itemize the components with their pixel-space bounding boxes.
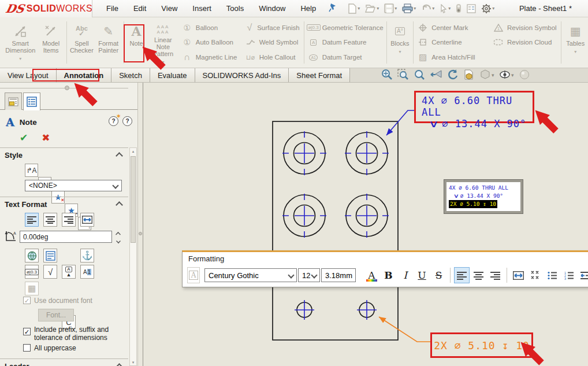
rotate-view-icon[interactable] <box>447 69 459 83</box>
undo-button[interactable]: ▾ <box>419 3 436 14</box>
tab-sheet-format[interactable]: Sheet Format <box>289 68 350 82</box>
scrollbar-thumb[interactable] <box>131 156 136 243</box>
numbered-list-button[interactable]: 123 <box>561 267 576 283</box>
outdent-button[interactable] <box>578 267 588 283</box>
fmt-align-left-button[interactable] <box>454 267 470 283</box>
pushpin-icon[interactable] <box>329 3 337 14</box>
auto-balloon-button[interactable]: ①Auto Balloon <box>182 35 241 49</box>
tab-annotation[interactable]: Annotation <box>57 68 112 82</box>
previous-view-icon[interactable] <box>430 69 442 82</box>
stacked-text-button[interactable] <box>527 267 543 283</box>
font-name-combobox[interactable]: Century Gothic <box>204 268 297 282</box>
ok-check-button[interactable]: ✔ <box>20 132 28 144</box>
scroll-down-arrow[interactable]: ▾ <box>130 359 136 365</box>
style-collapse-chevron[interactable] <box>116 152 123 160</box>
bold-button[interactable]: B <box>381 267 396 283</box>
display-style-icon[interactable]: ▾ <box>479 69 494 83</box>
fmt-align-right-button[interactable] <box>487 267 503 283</box>
revision-cloud-button[interactable]: Revision Cloud <box>493 35 557 49</box>
rotation-angle-input[interactable] <box>20 231 112 243</box>
tab-view-layout[interactable]: View Layout <box>0 68 57 82</box>
use-document-font-checkbox[interactable]: ✓ <box>23 297 31 304</box>
new-document-button[interactable]: ▾ <box>346 2 362 15</box>
help-button[interactable]: ? <box>122 116 132 126</box>
area-hatch-button[interactable]: ▨Area Hatch/Fill <box>418 50 489 64</box>
fmt-align-center-button[interactable] <box>471 267 486 283</box>
leader-collapse-chevron[interactable] <box>116 363 123 366</box>
revision-symbol-button[interactable]: 1Revision Symbol <box>493 21 557 35</box>
datum-target-button[interactable]: A1Datum Target <box>308 50 382 64</box>
underline-button[interactable]: U <box>414 267 430 283</box>
tab-solidworks-add-ins[interactable]: SOLIDWORKS Add-Ins <box>195 68 289 82</box>
font-size-combobox[interactable]: 12 <box>298 268 320 282</box>
file-properties-button[interactable] <box>465 3 478 14</box>
tab-sketch[interactable]: Sketch <box>111 68 150 82</box>
tab-evaluate[interactable]: Evaluate <box>150 68 195 82</box>
model-items-button[interactable]: Model Items <box>38 19 65 66</box>
panel-collapse-handle[interactable] <box>65 86 69 90</box>
save-button[interactable]: ▾ <box>382 2 399 14</box>
zoom-selected-icon[interactable] <box>414 69 425 83</box>
align-right-button[interactable] <box>62 213 76 227</box>
align-center-button[interactable] <box>43 213 57 227</box>
hide-show-items-icon[interactable]: ▾ <box>499 69 514 83</box>
magnetic-line-button[interactable]: ∩Magnetic Line <box>182 50 241 64</box>
scroll-up-arrow[interactable]: ▴ <box>130 148 136 154</box>
zoom-fit-icon[interactable] <box>381 69 393 83</box>
hole-callout-button[interactable]: ⊔⌀Hole Callout <box>245 50 300 64</box>
apply-default-style-button[interactable]: ↱A <box>25 164 38 177</box>
bullet-list-button[interactable] <box>544 267 560 283</box>
linear-note-pattern-button[interactable]: AAAAAA Linear Note Pattern ▾ <box>147 19 180 66</box>
font-button[interactable]: Font... <box>38 309 74 321</box>
insert-surface-finish-button[interactable]: √ <box>43 265 57 279</box>
note-button[interactable]: A Note <box>126 19 147 66</box>
whats-new-help-button[interactable]: ?✶ <box>109 116 118 126</box>
note-edit-preview-box[interactable]: 4X ⌀ 6.60 THRU ALL ∨⌀ 13.44 X 90° 2X ⌀ 5… <box>444 180 523 213</box>
panel-scrollbar[interactable]: ▴ ▾ <box>129 147 137 366</box>
insert-hyperlink-button[interactable] <box>25 249 39 263</box>
spell-checker-button[interactable]: Abc✓ Spell Checker <box>69 19 95 66</box>
balloon-button[interactable]: ①Balloon <box>182 21 241 35</box>
link-to-property-button[interactable] <box>43 249 57 263</box>
menu-help[interactable]: Help <box>300 4 316 13</box>
menu-window[interactable]: Window <box>259 4 285 13</box>
centerline-button[interactable]: Centerline <box>418 35 489 49</box>
menu-edit[interactable]: Edit <box>133 4 146 13</box>
cancel-x-button[interactable]: ✖ <box>42 132 50 144</box>
style-dropdown[interactable]: <NONE> <box>25 180 122 191</box>
text-format-collapse-chevron[interactable] <box>116 201 123 209</box>
italic-button[interactable]: I <box>397 267 413 283</box>
datum-feature-button[interactable]: ADatum Feature <box>308 35 382 49</box>
note-properties-icon[interactable]: A <box>187 267 200 283</box>
angle-spinner[interactable] <box>114 232 122 243</box>
insert-datum-feature-button[interactable]: A▲ <box>62 265 76 279</box>
format-painter-button[interactable]: ✎ Format Painter <box>95 19 122 66</box>
geometric-tolerance-button[interactable]: ⌀|0.3Geometric Tolerance <box>308 21 382 35</box>
print-button[interactable]: ▾ <box>400 2 418 14</box>
counterbore-hole-callout[interactable]: 4X ⌀ 6.60 THRU ALL ∨⌀ 13.44 X 90° <box>414 91 534 123</box>
include-prefix-checkbox[interactable]: ✓ <box>23 328 31 335</box>
menu-insert[interactable]: Insert <box>192 4 211 13</box>
text-height-field[interactable]: 3.18mm <box>321 268 356 282</box>
menu-file[interactable]: File <box>106 4 118 13</box>
options-gear-button[interactable]: ▾ <box>479 2 496 15</box>
center-mark-button[interactable]: Center Mark <box>418 21 489 35</box>
weld-symbol-button[interactable]: Weld Symbol <box>245 35 300 49</box>
smart-dimension-button[interactable]: Smart Dimension ▾ <box>3 19 38 66</box>
fmt-justify-button[interactable] <box>511 267 526 283</box>
3d-drawing-view-icon[interactable] <box>463 69 475 83</box>
menu-view[interactable]: View <box>161 4 177 13</box>
property-manager-tab[interactable] <box>23 93 40 110</box>
select-cursor-button[interactable]: ▾ <box>438 3 452 14</box>
flag-note-bank-button[interactable]: A1 <box>80 265 94 279</box>
menu-tools[interactable]: Tools <box>226 4 244 13</box>
tables-button[interactable]: ▦ Tables ▾ <box>563 19 588 66</box>
zoom-area-icon[interactable] <box>397 69 409 83</box>
open-button[interactable]: ▾ <box>363 3 381 14</box>
appearance-icon[interactable] <box>519 69 530 83</box>
font-color-button[interactable]: A <box>364 267 379 283</box>
panel-splitter[interactable] <box>137 83 143 366</box>
rebuild-button[interactable] <box>454 2 463 14</box>
drilled-hole-callout[interactable]: 2X ⌀ 5.10 ↧ 10 <box>430 332 533 358</box>
justify-button[interactable] <box>80 213 94 227</box>
